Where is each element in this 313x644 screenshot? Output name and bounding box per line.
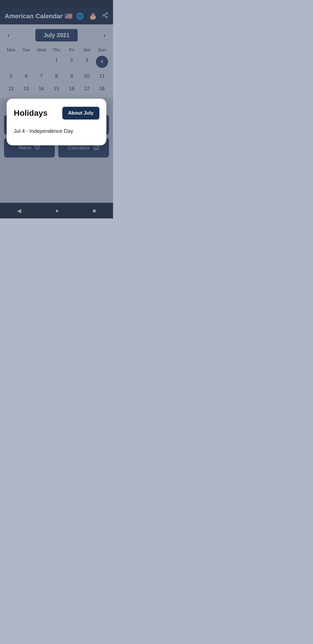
modal-overlay: Holidays About July Jul 4 - Independence… <box>0 0 113 218</box>
about-july-button[interactable]: About July <box>62 107 99 120</box>
modal-header: Holidays About July <box>14 107 99 120</box>
modal-title: Holidays <box>14 108 48 118</box>
modal-card: Holidays About July Jul 4 - Independence… <box>7 99 106 145</box>
holiday-item: Jul 4 - Independence Day <box>14 126 99 136</box>
page-root: American Calendar 🇺🇸 🌐 🎂 ‹ July 2021 › M… <box>0 0 113 218</box>
